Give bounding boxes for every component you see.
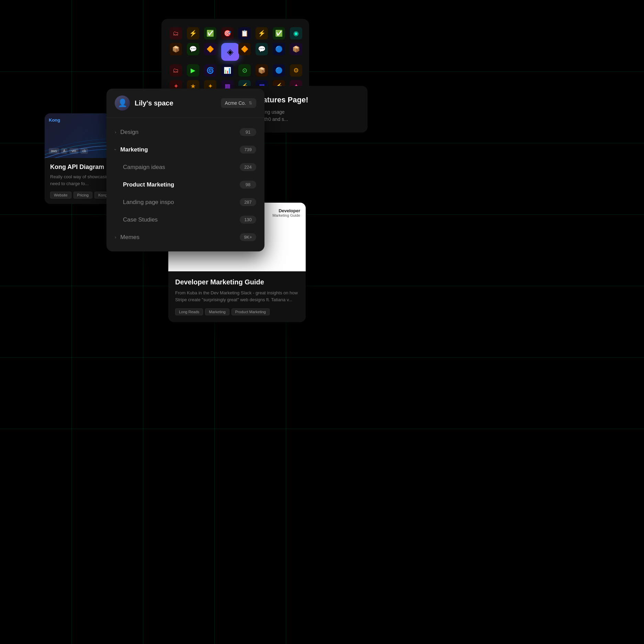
preview-line2: Marketing Guide bbox=[272, 213, 300, 217]
nav-item-campaign[interactable]: Campaign ideas 224 bbox=[109, 158, 262, 176]
app-icon-3[interactable]: ✅ bbox=[204, 27, 216, 39]
nav-item-design-arrow: › bbox=[115, 129, 116, 135]
nav-item-memes[interactable]: › Memes 9K+ bbox=[109, 228, 262, 246]
vm-badge: vm bbox=[69, 148, 78, 154]
nav-item-product-marketing-label: Product Marketing bbox=[123, 181, 174, 188]
nav-item-case-studies-label: Case Studies bbox=[123, 216, 158, 223]
cb-badge: cb bbox=[80, 148, 88, 154]
nav-item-campaign-count: 224 bbox=[240, 163, 256, 171]
nav-item-design-left: › Design bbox=[115, 129, 138, 136]
grid-line-h bbox=[0, 429, 644, 429]
nav-item-design[interactable]: › Design 91 bbox=[109, 123, 262, 141]
nav-item-memes-left: › Memes bbox=[115, 234, 139, 241]
a-badge: A bbox=[61, 148, 68, 154]
nav-item-marketing-arrow: › bbox=[113, 149, 118, 150]
app-icon-22[interactable]: 🔵 bbox=[273, 64, 285, 77]
nav-item-product-marketing-count: 98 bbox=[240, 181, 256, 189]
linear-icon[interactable]: ◈ bbox=[221, 43, 239, 61]
nav-item-product-marketing[interactable]: Product Marketing 98 bbox=[109, 176, 262, 193]
grid-line-h bbox=[0, 357, 644, 358]
dev-card-tags: Long Reads Marketing Product Marketing bbox=[175, 308, 299, 315]
nav-header: 👤 Lily's space Acme Co. ⇅ bbox=[106, 89, 264, 118]
app-icon-23[interactable]: ⚙ bbox=[290, 64, 302, 77]
tag-pricing[interactable]: Pricing bbox=[74, 192, 93, 199]
app-icon-10[interactable]: 💬 bbox=[187, 43, 199, 55]
tag-product-marketing[interactable]: Product Marketing bbox=[231, 308, 270, 315]
nav-item-landing[interactable]: Landing page inspo 287 bbox=[109, 193, 262, 211]
nav-panel: 👤 Lily's space Acme Co. ⇅ › Design 91 › … bbox=[106, 89, 264, 251]
app-icon-2[interactable]: ⚡ bbox=[187, 27, 199, 39]
kong-logo: Kong bbox=[49, 117, 60, 123]
nav-item-case-studies-left: Case Studies bbox=[123, 216, 158, 223]
nav-item-marketing-label: Marketing bbox=[120, 146, 148, 153]
nav-title: Lily's space bbox=[135, 99, 173, 107]
nav-item-marketing-count: 739 bbox=[240, 146, 256, 154]
tag-long-reads[interactable]: Long Reads bbox=[175, 308, 203, 315]
app-icon-14[interactable]: 🔵 bbox=[273, 43, 285, 55]
app-icon-18[interactable]: 🌀 bbox=[204, 64, 216, 77]
dev-card-body: Developer Marketing Guide From Kuba in t… bbox=[168, 271, 306, 322]
grid-line-h bbox=[0, 286, 644, 286]
app-icon-17[interactable]: ▶ bbox=[187, 64, 199, 77]
workspace-name: Acme Co. bbox=[225, 100, 246, 106]
preview-line1: Developer bbox=[272, 208, 300, 213]
nav-item-case-studies[interactable]: Case Studies 130 bbox=[109, 211, 262, 228]
app-icon-11[interactable]: 🔶 bbox=[204, 43, 216, 55]
nav-item-campaign-left: Campaign ideas bbox=[123, 164, 165, 171]
grid-line-h bbox=[0, 214, 644, 215]
chevron-updown-icon: ⇅ bbox=[249, 101, 252, 105]
app-icon-6[interactable]: ⚡ bbox=[256, 27, 268, 39]
tag-marketing[interactable]: Marketing bbox=[205, 308, 229, 315]
app-icon-7[interactable]: ✅ bbox=[273, 27, 285, 39]
kong-brand-logos: aws A vm cb bbox=[49, 148, 88, 154]
nav-item-memes-label: Memes bbox=[120, 234, 139, 241]
app-icon-16[interactable]: 🗂 bbox=[170, 64, 182, 77]
nav-items: › Design 91 › Marketing 739 Campaign ide… bbox=[106, 118, 264, 251]
app-icon-8[interactable]: ◉ bbox=[290, 27, 302, 39]
nav-item-case-studies-count: 130 bbox=[240, 216, 256, 224]
workspace-selector[interactable]: Acme Co. ⇅ bbox=[221, 98, 256, 108]
nav-item-landing-label: Landing page inspo bbox=[123, 199, 174, 206]
app-icon-1[interactable]: 🗂 bbox=[170, 27, 182, 39]
grid-line-h bbox=[0, 71, 644, 72]
app-icon-19[interactable]: 📊 bbox=[221, 64, 234, 77]
app-icon-12[interactable]: 🔶 bbox=[238, 43, 251, 55]
nav-item-memes-arrow: › bbox=[115, 235, 116, 240]
app-icon-21[interactable]: 📦 bbox=[256, 64, 268, 77]
nav-item-memes-count: 9K+ bbox=[240, 233, 256, 241]
aws-badge: aws bbox=[49, 148, 59, 154]
dev-card-preview-inner: Developer Marketing Guide bbox=[272, 208, 300, 217]
nav-item-marketing[interactable]: › Marketing 739 bbox=[109, 141, 262, 158]
tag-website[interactable]: Website bbox=[50, 192, 71, 199]
nav-item-landing-count: 287 bbox=[240, 198, 256, 206]
app-icon-9[interactable]: 📦 bbox=[170, 43, 182, 55]
dev-card-title: Developer Marketing Guide bbox=[175, 278, 299, 286]
nav-item-marketing-left: › Marketing bbox=[115, 146, 148, 153]
app-icon-5[interactable]: 📋 bbox=[238, 27, 251, 39]
avatar: 👤 bbox=[115, 95, 130, 111]
app-icon-20[interactable]: ⊙ bbox=[238, 64, 251, 77]
app-icon-4[interactable]: 🎯 bbox=[221, 27, 234, 39]
nav-item-campaign-label: Campaign ideas bbox=[123, 164, 165, 171]
app-icon-15[interactable]: 📦 bbox=[290, 43, 302, 55]
nav-item-product-marketing-left: Product Marketing bbox=[123, 181, 174, 188]
grid-line-v bbox=[71, 0, 72, 644]
app-icon-13[interactable]: 💬 bbox=[256, 43, 268, 55]
nav-item-design-label: Design bbox=[120, 129, 138, 136]
nav-item-design-count: 91 bbox=[240, 128, 256, 136]
dev-card-desc: From Kuba in the Dev Marketing Slack - g… bbox=[175, 290, 299, 303]
nav-item-landing-left: Landing page inspo bbox=[123, 199, 174, 206]
